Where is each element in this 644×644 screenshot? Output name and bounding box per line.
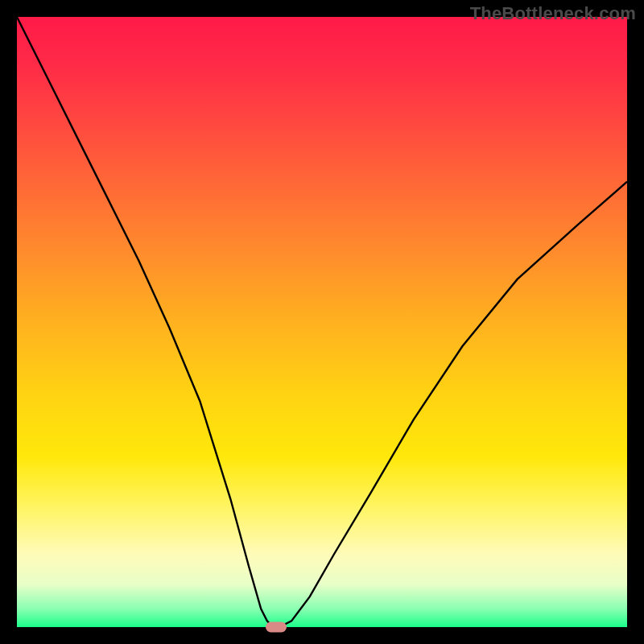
curve-path bbox=[17, 17, 627, 627]
plot-area bbox=[17, 17, 627, 627]
watermark-label: TheBottleneck.com bbox=[470, 3, 636, 24]
chart-frame: TheBottleneck.com bbox=[0, 0, 644, 644]
optimal-marker bbox=[266, 622, 287, 633]
bottleneck-curve bbox=[17, 17, 627, 627]
